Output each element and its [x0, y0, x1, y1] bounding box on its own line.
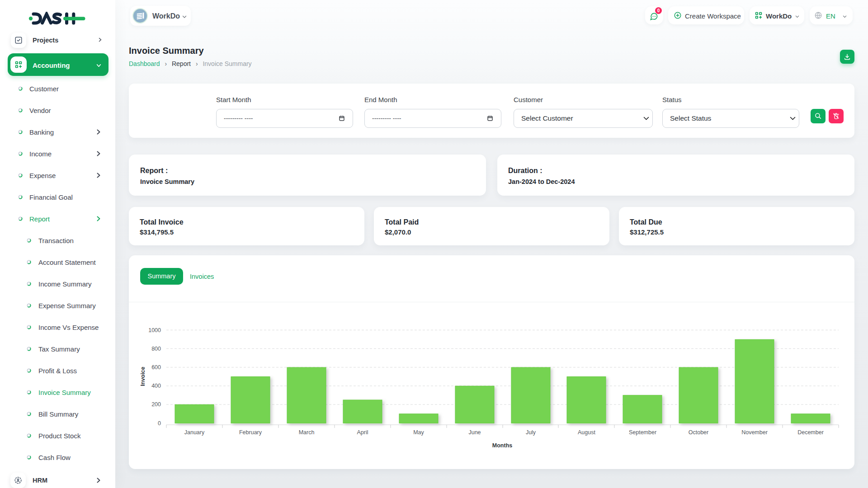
- svg-text:October: October: [689, 429, 708, 436]
- svg-text:September: September: [629, 429, 656, 436]
- svg-text:February: February: [239, 429, 262, 436]
- svg-text:0: 0: [158, 420, 161, 427]
- svg-text:December: December: [797, 429, 824, 436]
- svg-text:Invoice: Invoice: [140, 366, 146, 386]
- svg-text:Months: Months: [492, 442, 512, 449]
- svg-text:600: 600: [151, 364, 161, 371]
- svg-text:400: 400: [151, 383, 161, 389]
- svg-text:March: March: [299, 429, 315, 436]
- svg-text:August: August: [578, 429, 595, 436]
- svg-text:July: July: [526, 429, 536, 436]
- svg-text:November: November: [741, 429, 768, 436]
- svg-text:May: May: [413, 429, 424, 436]
- svg-text:800: 800: [151, 346, 161, 352]
- svg-text:April: April: [357, 429, 368, 436]
- svg-text:1000: 1000: [148, 327, 161, 333]
- svg-text:June: June: [468, 429, 481, 436]
- svg-text:January: January: [184, 429, 205, 436]
- svg-text:200: 200: [151, 401, 161, 408]
